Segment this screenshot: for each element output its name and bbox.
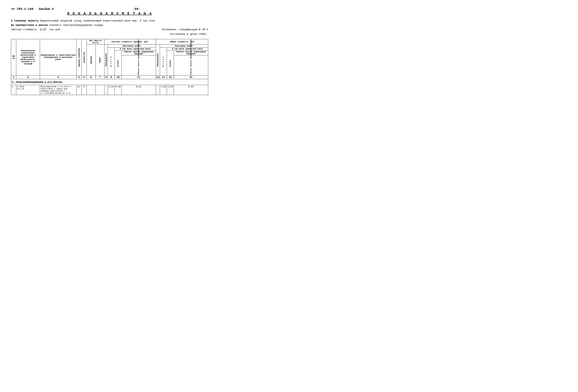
acquisition-row: На приобретение и монтаж силового электр… [11,23,208,27]
col-wt-unit-header: Единица [87,44,96,76]
col-smeta-mount-header: Монтажных работ [108,44,156,48]
col-n15: 15 [174,76,208,79]
composed-row: Составлена в ценах 1969г. [11,32,208,36]
basis-block: Основание: спецификация № ЭЛ-1 [110,28,208,32]
col-smeta-zp-header: В том числе заработная плата [115,48,156,50]
col-n3: 3 [40,76,77,79]
composed-label: Составлена в ценах 1969г. [170,33,208,36]
item-smeta-mount-osnov: 0,68 [115,85,122,95]
page-number: -58- [65,7,208,11]
col-total-header: Общая стоимость, руб [156,39,208,44]
col-n7: 7 [96,76,104,79]
main-table: №№ пп Наименование укрупненных показател… [11,39,208,99]
col-smeta-equip-header: Оборудования [104,44,108,76]
col-smeta-header: Сметная стоимость единицы, руб. [104,39,156,44]
acquisition-value: силового электрооборудования склада [49,23,208,27]
col-n9: 9 [108,76,115,79]
item-wt-total [96,85,104,95]
col-n5: 5 [82,76,87,79]
item-total-mount-mash: 0,03 [174,85,208,95]
col-n13: 13 [160,76,167,79]
document-title: Л О К А Л Ь Н А Я С М Е Т А № 4 [11,11,208,16]
item-num: 1. [11,85,16,95]
col-total-osnov-header: Основн. [167,50,174,76]
col-num-header: №№ пп [11,39,16,76]
col-n11: 11 [121,76,156,79]
section-title-row: I. Электрооборудование и его монтаж. [11,79,208,85]
col-n14: 14 [167,76,174,79]
spacer-row [11,95,208,99]
item-code: 8-4816 К=1,25 [16,85,40,95]
item-desc: Присоединение к эл.сети и подготовка к с… [40,85,77,95]
col-weight-header: Вес брутто нетто [87,39,104,44]
item-total-mount-vsego: 4,92 [160,85,167,95]
col-smeta-vsego-header: В с е г о [108,48,115,76]
col-n12: 12 [156,76,160,79]
basis-label: Основание: спецификация № ЭЛ-1 [162,28,208,31]
cost-unit: тыс.руб. [49,28,61,31]
meta-block: К типовому проекту Прирельсовый закрытый… [11,19,208,36]
cost-label: Сметная стоимость [11,28,37,31]
col-wt-total-header: Общее [96,44,104,76]
col-total-mount-header: Монтажных работ [160,44,208,48]
album: Альбом V [39,7,54,11]
spacer [11,95,208,99]
col-n8: 8 [104,76,108,79]
col-unit-header: Единица измерения [77,39,82,76]
col-n1: 1 [11,76,16,79]
col-desc-header: Наименование и характеристика оборудован… [40,39,77,76]
col-qty-header: Количество [82,39,87,76]
item-smeta-mount-mash: 0,01 [121,85,156,95]
col-n2: 2 [16,76,40,79]
col-total-mash2-header: Рабочих занятых управлением машинами [174,55,208,76]
column-number-row: 1 2 3 4 5 6 7 8 9 10 11 12 13 14 15 [11,76,208,79]
cost-value: 1,17 [40,28,47,31]
col-n6: 6 [87,76,96,79]
cost-basis-row: Сметная стоимость 1,17 тыс.руб. Основани… [11,28,208,32]
col-name-header: Наименование укрупненных показателей и н… [16,39,40,76]
col-total-vsego-header: В с е г о [160,48,167,76]
item-total-mount-osnov: 2,04 [167,85,174,95]
item-qty: 3 [82,85,87,95]
item-unit: шт [77,85,82,95]
page-header: тп 705-1-148 Альбом V -58- [11,7,208,11]
item-wt-unit [87,85,96,95]
item-smeta-equip: – [104,85,108,95]
col-smeta-osnov-header: Основн. [115,50,122,76]
section-title: I. Электрооборудование и его монтаж. [11,79,208,85]
acquisition-label: На приобретение и монтаж [11,23,48,27]
item-smeta-mount-vsego: 1,64 [108,85,115,95]
col-n10: 10 [115,76,122,79]
table-row: 1. 8-4816 К=1,25 Присоединение к эл.сети… [11,85,208,95]
col-total-equip-header: Оборудования [156,44,160,76]
project-value: Прирельсовый закрытый склад слабопылящей… [40,19,208,23]
header-row-1: №№ пп Наименование укрупненных показател… [11,39,208,44]
project-row: К типовому проекту Прирельсовый закрытый… [11,19,208,23]
item-total-equip: – [156,85,160,95]
project-label: К типовому проекту [11,19,39,23]
tp-number: тп 705-1-148 [11,7,33,11]
col-total-zp-header: В том числе заработная плата [167,48,208,50]
col-smeta-mash2-header: Рабочих занятых управлением машинами [121,55,156,76]
cost-block: Сметная стоимость 1,17 тыс.руб. [11,28,110,32]
col-n4: 4 [77,76,82,79]
